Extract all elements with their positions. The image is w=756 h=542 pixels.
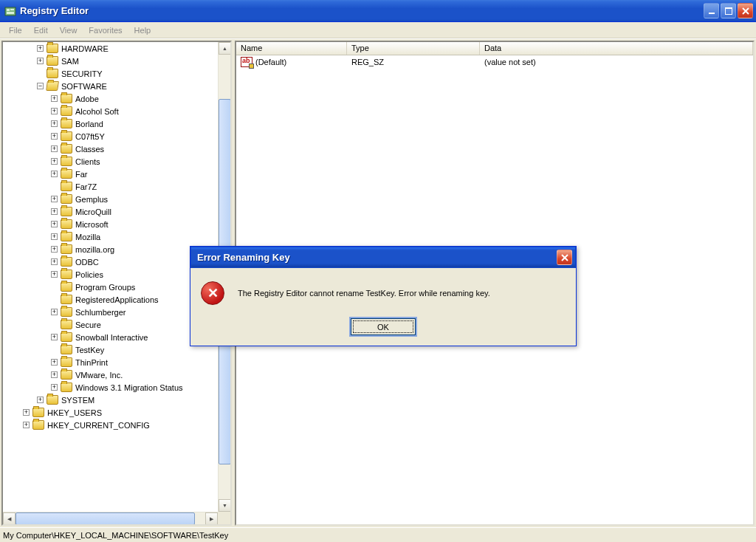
tree-item[interactable]: +Mozilla: [3, 230, 217, 243]
list-row[interactable]: (Default) REG_SZ (value not set): [236, 55, 753, 68]
expand-icon[interactable]: +: [51, 309, 58, 315]
menu-edit[interactable]: Edit: [28, 24, 54, 36]
svg-rect-1: [7, 9, 10, 11]
registry-tree[interactable]: +HARDWARE+SAMSECURITY−SOFTWARE+Adobe+Alc…: [3, 42, 217, 431]
expand-icon[interactable]: +: [23, 409, 30, 416]
expander-blank: [51, 346, 58, 353]
folder-closed-icon: [47, 69, 58, 78]
tree-item[interactable]: SECURITY: [3, 67, 217, 80]
tree-item[interactable]: +Alcohol Soft: [3, 105, 217, 117]
expand-icon[interactable]: +: [51, 133, 58, 140]
tree-hscroll-thumb[interactable]: [16, 512, 195, 524]
expand-icon[interactable]: +: [51, 158, 58, 165]
expand-icon[interactable]: +: [51, 258, 58, 265]
tree-item[interactable]: RegisteredApplications: [3, 293, 217, 306]
svg-rect-0: [5, 7, 16, 16]
tree-item-label: Schlumberger: [75, 308, 126, 317]
tree-item[interactable]: +mozilla.org: [3, 243, 217, 255]
expander-blank: [37, 70, 44, 77]
scroll-up-button[interactable]: ▲: [219, 42, 230, 55]
expand-icon[interactable]: +: [51, 384, 58, 391]
tree-item[interactable]: +SYSTEM: [3, 394, 217, 406]
tree-horizontal-scrollbar[interactable]: ◀ ▶: [3, 512, 218, 524]
folder-closed-icon: [61, 106, 72, 116]
tree-item[interactable]: +Classes: [3, 143, 217, 155]
expand-icon[interactable]: +: [51, 145, 58, 152]
tree-item[interactable]: Program Groups: [3, 281, 217, 293]
scroll-down-button[interactable]: ▼: [219, 499, 230, 512]
scroll-left-button[interactable]: ◀: [3, 512, 16, 524]
tree-item[interactable]: +Borland: [3, 117, 217, 130]
tree-item[interactable]: +Adobe: [3, 92, 217, 105]
folder-closed-icon: [61, 383, 72, 392]
minimize-button[interactable]: [704, 3, 719, 18]
tree-item[interactable]: +HARDWARE: [3, 42, 217, 55]
expand-icon[interactable]: +: [51, 359, 58, 366]
tree-item[interactable]: +Clients: [3, 155, 217, 168]
tree-item[interactable]: +Schlumberger: [3, 306, 217, 318]
tree-item[interactable]: Secure: [3, 318, 217, 331]
expander-blank: [51, 284, 58, 290]
expand-icon[interactable]: +: [51, 334, 58, 340]
column-header-data[interactable]: Data: [480, 42, 753, 55]
expand-icon[interactable]: +: [23, 422, 30, 428]
dialog-titlebar[interactable]: Error Renaming Key: [190, 247, 576, 268]
expand-icon[interactable]: +: [51, 371, 58, 378]
tree-item[interactable]: +Gemplus: [3, 193, 217, 205]
collapse-icon[interactable]: −: [37, 83, 44, 89]
tree-item[interactable]: +MicroQuill: [3, 205, 217, 218]
expand-icon[interactable]: +: [51, 120, 58, 127]
dialog-close-button[interactable]: [557, 250, 572, 265]
expand-icon[interactable]: +: [51, 271, 58, 278]
expand-icon[interactable]: +: [51, 233, 58, 240]
column-header-name[interactable]: Name: [236, 42, 347, 55]
folder-closed-icon: [61, 295, 72, 304]
expand-icon[interactable]: +: [51, 221, 58, 227]
expand-icon[interactable]: +: [37, 58, 44, 64]
maximize-button[interactable]: [721, 3, 736, 18]
tree-item-label: Classes: [75, 145, 104, 154]
expand-icon[interactable]: +: [37, 45, 44, 52]
tree-item[interactable]: +ThinPrint: [3, 356, 217, 368]
tree-item[interactable]: TestKey: [3, 343, 217, 356]
tree-item-label: ThinPrint: [75, 358, 108, 367]
expand-icon[interactable]: +: [51, 108, 58, 114]
tree-item-label: Alcohol Soft: [75, 107, 119, 116]
tree-item-label: HKEY_CURRENT_CONFIG: [47, 421, 150, 430]
tree-item[interactable]: +VMware, Inc.: [3, 368, 217, 381]
tree-item[interactable]: +Far: [3, 168, 217, 180]
expand-icon[interactable]: +: [51, 208, 58, 215]
tree-item[interactable]: −SOFTWARE: [3, 80, 217, 92]
ok-button[interactable]: OK: [351, 318, 416, 335]
tree-item[interactable]: Far7Z: [3, 180, 217, 193]
tree-item-label: Secure: [75, 320, 101, 329]
tree-item[interactable]: +Windows 3.1 Migration Status: [3, 381, 217, 394]
expand-icon[interactable]: +: [37, 397, 44, 403]
menu-favorites[interactable]: Favorites: [83, 24, 128, 36]
folder-closed-icon: [61, 345, 72, 354]
tree-item[interactable]: +HKEY_CURRENT_CONFIG: [3, 419, 217, 431]
tree-item[interactable]: +SAM: [3, 55, 217, 67]
folder-closed-icon: [61, 257, 72, 267]
expand-icon[interactable]: +: [51, 95, 58, 102]
expand-icon[interactable]: +: [51, 246, 58, 253]
tree-item[interactable]: +Snowball Interactive: [3, 331, 217, 343]
menu-view[interactable]: View: [54, 24, 83, 36]
tree-item[interactable]: +HKEY_USERS: [3, 406, 217, 419]
folder-closed-icon: [61, 357, 72, 367]
tree-item[interactable]: +ODBC: [3, 255, 217, 268]
expand-icon[interactable]: +: [51, 171, 58, 177]
tree-item-label: Clients: [75, 157, 100, 166]
menu-help[interactable]: Help: [128, 24, 157, 36]
string-value-icon: [241, 57, 252, 67]
column-header-type[interactable]: Type: [347, 42, 480, 55]
tree-item[interactable]: +Policies: [3, 268, 217, 281]
folder-closed-icon: [61, 320, 72, 329]
menu-file[interactable]: File: [3, 24, 28, 36]
expand-icon[interactable]: +: [51, 196, 58, 202]
scroll-right-button[interactable]: ▶: [205, 512, 218, 524]
tree-item[interactable]: +C07ft5Y: [3, 130, 217, 143]
close-button[interactable]: [738, 3, 753, 18]
tree-item[interactable]: +Microsoft: [3, 218, 217, 230]
tree-item-label: Policies: [75, 270, 103, 279]
